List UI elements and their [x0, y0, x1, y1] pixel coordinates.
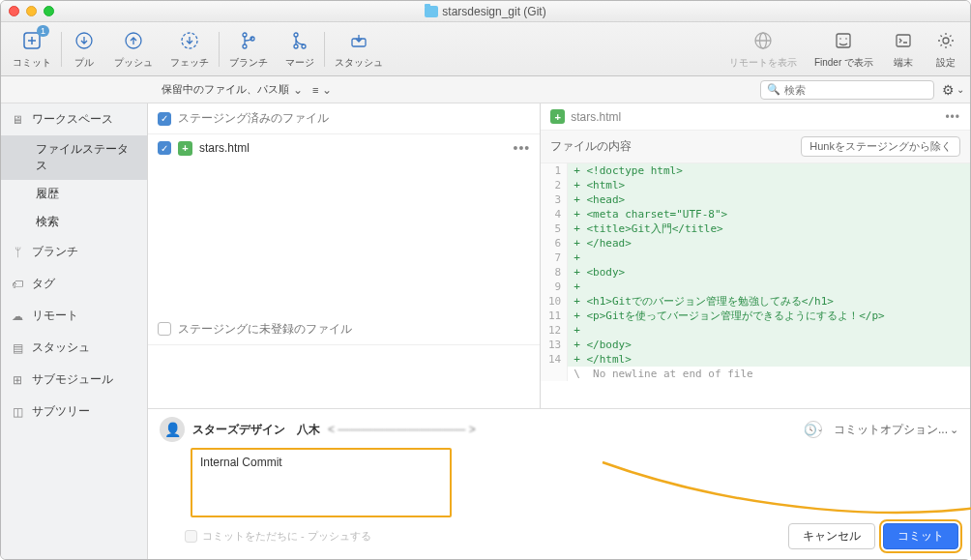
- diff-toolbar: ファイルの内容 Hunkをステージングから除く: [541, 131, 970, 163]
- terminal-button[interactable]: 端末: [891, 28, 916, 70]
- merge-icon: [287, 28, 312, 53]
- sort-dropdown[interactable]: 保留中のファイル、パス順: [162, 82, 303, 97]
- globe-icon: [750, 28, 776, 53]
- unstaged-header: ステージングに未登録のファイル: [148, 314, 540, 345]
- cloud-icon: ☁: [11, 309, 24, 323]
- push-button[interactable]: プッシュ: [114, 28, 153, 70]
- commit-badge: 1: [37, 25, 49, 37]
- sidebar-branches[interactable]: ᛘ ブランチ: [1, 236, 147, 268]
- stash-icon: [346, 28, 371, 53]
- diff-header: + stars.html •••: [541, 103, 970, 131]
- diff-line[interactable]: 10+ <h1>Gitでのバージョン管理を勉強してみる</h1>: [541, 294, 970, 309]
- annotation-arrow: [593, 453, 971, 530]
- svg-point-7: [294, 33, 298, 37]
- staged-file-row[interactable]: + stars.html •••: [148, 134, 540, 162]
- subtree-icon: ◫: [11, 405, 24, 419]
- diff-line[interactable]: 14+ </html>: [541, 352, 970, 367]
- recent-messages-button[interactable]: 🕓⌄: [805, 421, 822, 438]
- sidebar: 🖥 ワークスペース ファイルステータス 履歴 検索 ᛘ ブランチ 🏷 タグ ☁ …: [1, 103, 148, 559]
- avatar: 👤: [160, 417, 185, 442]
- diff-line[interactable]: 7+: [541, 251, 970, 265]
- stash-button[interactable]: スタッシュ: [335, 28, 383, 70]
- file-status-added-icon: +: [178, 141, 192, 156]
- sidebar-history[interactable]: 履歴: [1, 180, 147, 208]
- commit-button[interactable]: 1 コミット: [13, 28, 51, 70]
- commit-message-input[interactable]: Internal Commit: [191, 448, 452, 517]
- diff-line[interactable]: 11+ <p>Gitを使ってバージョン管理ができるようにするよ！</p>: [541, 309, 970, 323]
- diff-line[interactable]: 13+ </body>: [541, 338, 970, 352]
- options-gear[interactable]: ⚙: [942, 82, 964, 98]
- diff-line[interactable]: 12+: [541, 323, 970, 338]
- sidebar-workspace[interactable]: 🖥 ワークスペース: [1, 103, 147, 135]
- finder-button[interactable]: Finder で表示: [814, 28, 873, 70]
- sidebar-remotes[interactable]: ☁ リモート: [1, 300, 147, 332]
- cancel-button[interactable]: キャンセル: [788, 523, 875, 549]
- push-immediately-checkbox[interactable]: コミットをただちに - プッシュする: [185, 529, 371, 544]
- commit-author-row: 👤 スターズデザイン 八木 < ——————————— > 🕓⌄ コミットオプシ…: [160, 417, 958, 442]
- window-title: starsdesign_git (Git): [1, 5, 970, 18]
- search-box[interactable]: 🔍: [760, 80, 934, 100]
- diff-line[interactable]: 4+ <meta charset="UTF-8">: [541, 207, 970, 221]
- sidebar-search[interactable]: 検索: [1, 208, 147, 236]
- diff-line[interactable]: \ No newline at end of file: [541, 367, 970, 381]
- svg-rect-16: [897, 35, 910, 46]
- gear-icon: [933, 28, 958, 53]
- branch-icon: [236, 28, 261, 53]
- diff-line[interactable]: 6+ </head>: [541, 236, 970, 251]
- finder-icon: [831, 28, 856, 53]
- branch-button[interactable]: ブランチ: [229, 28, 268, 70]
- stash-list-icon: ▤: [11, 341, 24, 355]
- commit-label: コミット: [13, 56, 51, 70]
- svg-point-8: [294, 44, 298, 48]
- window-title-text: starsdesign_git (Git): [442, 5, 545, 18]
- monitor-icon: 🖥: [11, 113, 24, 127]
- tag-icon: 🏷: [11, 278, 24, 291]
- pull-icon: [72, 28, 97, 53]
- fetch-button[interactable]: フェッチ: [170, 28, 209, 70]
- settings-button[interactable]: 設定: [933, 28, 958, 70]
- commit-author-name: スターズデザイン 八木: [192, 422, 320, 438]
- titlebar: starsdesign_git (Git): [1, 1, 970, 22]
- svg-point-15: [846, 38, 848, 40]
- sidebar-submodules[interactable]: ⊞ サブモジュール: [1, 364, 147, 396]
- unstaged-check-all[interactable]: [158, 322, 171, 336]
- search-icon: 🔍: [767, 83, 780, 96]
- submodule-icon: ⊞: [11, 373, 24, 387]
- svg-point-17: [943, 38, 949, 44]
- pull-button[interactable]: プル: [72, 28, 97, 70]
- commit-options-dropdown[interactable]: コミットオプション...: [834, 422, 958, 438]
- svg-point-4: [243, 33, 247, 37]
- branch-icon: ᛘ: [11, 246, 24, 259]
- commit-submit-button[interactable]: コミット: [883, 523, 958, 549]
- view-dropdown[interactable]: ≡: [312, 83, 332, 97]
- staged-check-all[interactable]: [158, 112, 171, 126]
- diff-line[interactable]: 9+: [541, 280, 970, 294]
- sidebar-tags[interactable]: 🏷 タグ: [1, 268, 147, 300]
- merge-button[interactable]: マージ: [285, 28, 314, 70]
- unstage-hunk-button[interactable]: Hunkをステージングから除く: [801, 136, 960, 157]
- diff-line[interactable]: 2+ <html>: [541, 178, 970, 192]
- diff-line[interactable]: 3+ <head>: [541, 192, 970, 207]
- diff-line[interactable]: 1+ <!doctype html>: [541, 163, 970, 178]
- commit-panel: 👤 スターズデザイン 八木 < ——————————— > 🕓⌄ コミットオプシ…: [148, 408, 970, 559]
- sidebar-subtrees[interactable]: ◫ サブツリー: [1, 396, 147, 427]
- remote-show-button[interactable]: リモートを表示: [729, 28, 797, 70]
- diff-line[interactable]: 8+ <body>: [541, 265, 970, 280]
- diff-more-icon[interactable]: •••: [945, 110, 960, 124]
- svg-point-5: [243, 44, 247, 48]
- search-input[interactable]: [784, 84, 927, 96]
- filterbar: 保留中のファイル、パス順 ≡ 🔍 ⚙: [1, 76, 970, 103]
- sidebar-file-status[interactable]: ファイルステータス: [1, 135, 147, 180]
- commit-author-email: < ——————————— >: [328, 423, 476, 436]
- diff-line[interactable]: 5+ <title>Git入門</title>: [541, 221, 970, 236]
- file-checkbox[interactable]: [158, 141, 171, 155]
- diff-filename: stars.html: [571, 110, 621, 124]
- sidebar-stashes[interactable]: ▤ スタッシュ: [1, 332, 147, 364]
- toolbar: 1 コミット プル プッシュ フェッチ: [1, 22, 970, 76]
- staged-header: ステージング済みのファイル: [148, 103, 540, 134]
- commit-icon: 1: [19, 28, 44, 53]
- checkbox-icon: [185, 530, 197, 543]
- file-more-icon[interactable]: •••: [513, 140, 530, 156]
- svg-point-14: [840, 38, 842, 40]
- terminal-icon: [891, 28, 916, 53]
